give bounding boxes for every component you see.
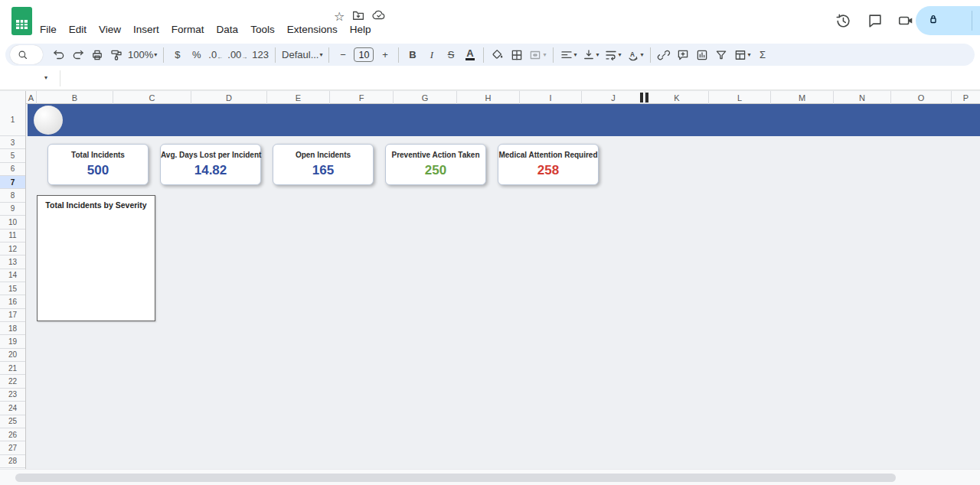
row-header-13[interactable]: 13: [0, 256, 25, 269]
italic-button[interactable]: I: [422, 45, 441, 64]
text-color-button[interactable]: A: [460, 45, 479, 64]
kpi-card-5[interactable]: Medical Attention Required258: [498, 144, 599, 185]
kpi-card-2[interactable]: Avg. Days Lost per Incident14.82: [160, 144, 261, 185]
redo-button[interactable]: [68, 45, 87, 64]
menu-edit[interactable]: Edit: [63, 22, 93, 37]
increase-decimals-button[interactable]: .00→: [225, 45, 250, 64]
column-header-I[interactable]: I: [520, 91, 582, 104]
row-header-27[interactable]: 27: [0, 441, 25, 454]
row-header-11[interactable]: 11: [0, 229, 25, 242]
merge-cells-button[interactable]: ▾: [526, 45, 548, 64]
column-header-L[interactable]: L: [709, 91, 771, 104]
paint-format-button[interactable]: [106, 45, 126, 64]
menu-format[interactable]: Format: [165, 22, 211, 37]
row-header-25[interactable]: 25: [0, 415, 25, 428]
row-header-7[interactable]: 7: [0, 176, 25, 189]
text-rotation-button[interactable]: A▾: [624, 45, 646, 64]
zoom-control[interactable]: 100%▾: [126, 45, 159, 64]
column-header-M[interactable]: M: [771, 91, 834, 104]
row-header-15[interactable]: 15: [0, 282, 25, 295]
menu-help[interactable]: Help: [344, 22, 377, 37]
text-wrap-button[interactable]: ▾: [602, 45, 624, 64]
fill-color-button[interactable]: [488, 45, 507, 64]
row-header-20[interactable]: 20: [0, 349, 25, 362]
severity-donut-panel[interactable]: Total Incidents by Severity: [37, 195, 155, 321]
column-header-F[interactable]: F: [330, 91, 394, 104]
sheets-logo-icon[interactable]: [11, 7, 32, 38]
row-header-21[interactable]: 21: [0, 362, 25, 375]
menu-extensions[interactable]: Extensions: [281, 22, 344, 37]
row-header-26[interactable]: 26: [0, 428, 25, 441]
insert-link-button[interactable]: [655, 45, 674, 64]
row-header-19[interactable]: 19: [0, 335, 25, 348]
strikethrough-button[interactable]: S: [441, 45, 460, 64]
create-filter-button[interactable]: [712, 45, 731, 64]
font-family-select[interactable]: Defaul...▾: [279, 45, 325, 64]
menu-file[interactable]: File: [34, 22, 63, 37]
dashboard-banner[interactable]: [28, 104, 980, 136]
row-header-5[interactable]: 5: [0, 149, 25, 162]
column-header-G[interactable]: G: [394, 91, 457, 104]
column-header-J[interactable]: J: [582, 91, 645, 104]
row-header-8[interactable]: 8: [0, 189, 25, 202]
table-views-button[interactable]: ▾: [731, 45, 753, 64]
row-header-28[interactable]: 28: [0, 455, 25, 468]
decrease-font-size-button[interactable]: −: [333, 45, 352, 64]
row-header-6[interactable]: 6: [0, 163, 25, 176]
kpi-card-3[interactable]: Open Incidents165: [273, 144, 374, 185]
column-header-N[interactable]: N: [834, 91, 891, 104]
menus-search[interactable]: [10, 45, 43, 64]
row-header-23[interactable]: 23: [0, 389, 25, 402]
row-header-12[interactable]: 12: [0, 242, 25, 256]
row-header-16[interactable]: 16: [0, 295, 25, 308]
star-icon[interactable]: ☆: [334, 11, 345, 23]
decrease-decimals-button[interactable]: .0←: [206, 45, 225, 64]
bold-button[interactable]: B: [403, 45, 422, 64]
kpi-card-4[interactable]: Preventive Action Taken250: [385, 144, 486, 185]
insert-comment-button[interactable]: [674, 45, 693, 64]
row-header-17[interactable]: 17: [0, 309, 25, 322]
row-header-24[interactable]: 24: [0, 402, 25, 415]
horizontal-scrollbar-thumb[interactable]: [15, 474, 896, 482]
share-button[interactable]: [916, 6, 980, 35]
vertical-align-button[interactable]: ▾: [580, 45, 602, 64]
font-size-input[interactable]: 10: [354, 47, 374, 62]
undo-button[interactable]: [49, 45, 68, 64]
increase-font-size-button[interactable]: +: [375, 45, 394, 64]
row-header-22[interactable]: 22: [0, 376, 25, 389]
menu-data[interactable]: Data: [211, 22, 245, 37]
video-call-icon[interactable]: [897, 12, 916, 31]
row-header-3[interactable]: 3: [0, 136, 25, 149]
menu-insert[interactable]: Insert: [127, 22, 165, 37]
row-header-9[interactable]: 9: [0, 203, 25, 216]
select-all-corner[interactable]: [0, 91, 26, 104]
horizontal-align-button[interactable]: ▾: [557, 45, 580, 64]
name-box-caret-icon[interactable]: ▾: [44, 74, 47, 81]
row-header-10[interactable]: 10: [0, 216, 25, 229]
row-header-14[interactable]: 14: [0, 269, 25, 282]
row-header-18[interactable]: 18: [0, 322, 25, 335]
column-header-P[interactable]: P: [952, 91, 980, 104]
functions-button[interactable]: Σ: [753, 45, 773, 64]
kpi-card-1[interactable]: Total Incidents500: [47, 144, 149, 185]
menu-view[interactable]: View: [93, 22, 127, 37]
print-button[interactable]: [87, 45, 106, 64]
column-header-O[interactable]: O: [891, 91, 952, 104]
format-percent-button[interactable]: %: [187, 45, 206, 64]
insert-chart-button[interactable]: [693, 45, 712, 64]
menu-tools[interactable]: Tools: [244, 22, 281, 37]
column-header-D[interactable]: D: [191, 91, 267, 104]
format-currency-button[interactable]: $: [168, 45, 187, 64]
borders-button[interactable]: [507, 45, 526, 64]
menubar: FileEditViewInsertFormatDataToolsExtensi…: [34, 22, 377, 37]
column-header-H[interactable]: H: [457, 91, 520, 104]
column-header-A[interactable]: A: [26, 91, 37, 104]
column-header-B[interactable]: B: [37, 91, 113, 104]
column-header-C[interactable]: C: [113, 91, 191, 104]
more-formats-button[interactable]: 123: [250, 45, 271, 64]
column-header-E[interactable]: E: [267, 91, 330, 104]
row-header-1[interactable]: 1: [0, 104, 25, 136]
version-history-icon[interactable]: [835, 12, 853, 31]
comments-icon[interactable]: [867, 12, 885, 31]
column-header-K[interactable]: K: [645, 91, 709, 104]
